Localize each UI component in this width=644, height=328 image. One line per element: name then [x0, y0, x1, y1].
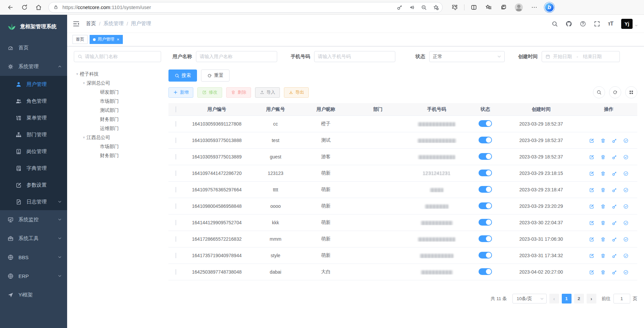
assign-role-check-icon[interactable]	[623, 154, 629, 160]
sidebar-item-岗位管理[interactable]: 岗位管理	[0, 143, 67, 160]
tree-node-财务部门[interactable]: 财务部门	[74, 151, 161, 160]
row-checkbox[interactable]	[168, 269, 183, 275]
tab-用户管理[interactable]: 用户管理 ×	[90, 35, 123, 44]
tree-node-市场部门[interactable]: 市场部门	[74, 142, 161, 151]
search-button[interactable]: 搜索	[168, 69, 197, 82]
sidebar-item-系统监控[interactable]: 系统监控	[0, 210, 67, 229]
favorites-icon[interactable]	[485, 4, 492, 11]
status-toggle[interactable]	[479, 120, 492, 127]
sidebar-collapse-icon[interactable]	[72, 20, 80, 28]
close-icon[interactable]: ×	[117, 37, 119, 42]
row-checkbox[interactable]	[168, 171, 183, 176]
tree-node-财务部门[interactable]: 财务部门	[74, 115, 161, 124]
assign-role-check-icon[interactable]	[623, 237, 629, 242]
select-all-checkbox[interactable]	[168, 106, 183, 112]
tree-node-市场部门[interactable]: 市场部门	[74, 97, 161, 106]
extensions-icon[interactable]	[451, 4, 458, 11]
delete-action-icon[interactable]	[600, 154, 606, 160]
page-size-select[interactable]: 10条/页	[512, 294, 547, 303]
tree-node-测试部门[interactable]: 测试部门	[74, 106, 161, 115]
next-page-button[interactable]: ›	[587, 294, 596, 303]
assign-role-check-icon[interactable]	[623, 187, 629, 193]
assign-role-check-icon[interactable]	[623, 253, 629, 259]
row-checkbox[interactable]	[168, 220, 183, 225]
reset-password-key-icon[interactable]	[612, 220, 617, 226]
add-favorite-icon[interactable]	[433, 4, 439, 10]
refresh-table-button[interactable]	[609, 86, 621, 98]
status-toggle[interactable]	[479, 235, 492, 242]
bing-chat-icon[interactable]: b	[544, 2, 554, 12]
back-icon[interactable]	[7, 4, 14, 11]
sidebar-item-角色管理[interactable]: 角色管理	[0, 93, 67, 109]
sidebar-item-BBS[interactable]: BBS	[0, 248, 67, 267]
show-search-button[interactable]	[593, 86, 605, 98]
edit-action-icon[interactable]	[589, 237, 594, 242]
avatar-caret-icon[interactable]	[635, 24, 638, 27]
sidebar-item-系统工具[interactable]: 系统工具	[0, 229, 67, 248]
prev-page-button[interactable]: ‹	[549, 294, 559, 303]
assign-role-check-icon[interactable]	[623, 171, 629, 176]
status-toggle[interactable]	[479, 170, 492, 176]
status-toggle[interactable]	[479, 219, 492, 226]
edit-action-icon[interactable]	[589, 204, 594, 209]
address-bar[interactable]: https://ccnetcore.com:1101/system/user	[48, 2, 443, 13]
delete-action-icon[interactable]	[600, 204, 606, 209]
delete-action-icon[interactable]	[600, 138, 606, 143]
edit-action-icon[interactable]	[589, 138, 594, 143]
sidebar-item-日志管理[interactable]: 日志管理	[0, 193, 67, 210]
reset-password-key-icon[interactable]	[612, 237, 617, 242]
delete-action-icon[interactable]	[600, 220, 606, 226]
edit-action-icon[interactable]	[589, 220, 594, 226]
delete-action-icon[interactable]	[600, 171, 606, 176]
status-toggle[interactable]	[479, 202, 492, 209]
sidebar-item-用户管理[interactable]: 用户管理	[0, 76, 67, 93]
sidebar-item-Yi框架[interactable]: Yi框架	[0, 285, 67, 304]
url-text[interactable]: https://ccnetcore.com:1101/system/user	[62, 4, 391, 10]
delete-action-icon[interactable]	[600, 270, 606, 275]
sidebar-item-首页[interactable]: 首页	[0, 38, 67, 57]
breadcrumb-home[interactable]: 首页	[86, 20, 96, 27]
assign-role-check-icon[interactable]	[623, 270, 629, 275]
delete-action-icon[interactable]	[600, 237, 606, 242]
edit-action-icon[interactable]	[589, 187, 594, 193]
sidebar-item-系统管理[interactable]: 系统管理	[0, 57, 67, 76]
edit-action-icon[interactable]	[589, 154, 594, 160]
row-checkbox[interactable]	[168, 253, 183, 258]
delete-button[interactable]: 删除	[226, 87, 251, 98]
dept-search-input[interactable]: 请输入部门名称	[74, 51, 161, 62]
status-toggle[interactable]	[479, 137, 492, 143]
sidebar-item-部门管理[interactable]: 部门管理	[0, 126, 67, 143]
page-button-2[interactable]: 2	[574, 294, 584, 303]
edit-button[interactable]: 修改	[197, 87, 222, 98]
reset-password-key-icon[interactable]	[612, 187, 617, 193]
goto-page-input[interactable]: 1	[613, 294, 630, 303]
assign-role-check-icon[interactable]	[623, 204, 629, 209]
row-checkbox[interactable]	[168, 203, 183, 209]
app-logo[interactable]: 意框架管理系统	[0, 15, 67, 38]
reset-password-key-icon[interactable]	[612, 253, 617, 259]
edit-action-icon[interactable]	[589, 253, 594, 259]
github-icon[interactable]	[565, 20, 572, 27]
reset-password-key-icon[interactable]	[612, 171, 617, 176]
edit-action-icon[interactable]	[589, 270, 594, 275]
reset-button[interactable]: 重置	[201, 69, 230, 82]
more-menu-icon[interactable]	[531, 4, 538, 11]
edit-action-icon[interactable]	[589, 171, 594, 176]
search-icon[interactable]	[551, 20, 558, 27]
status-toggle[interactable]	[479, 153, 492, 160]
tree-node-运维部门[interactable]: 运维部门	[74, 124, 161, 133]
status-toggle[interactable]	[479, 252, 492, 259]
delete-action-icon[interactable]	[600, 253, 606, 259]
add-button[interactable]: 新增	[168, 87, 193, 98]
help-icon[interactable]	[580, 20, 586, 27]
tree-node-深圳总公司[interactable]: ▾ 深圳总公司	[74, 79, 161, 88]
tab-首页[interactable]: 首页	[72, 35, 88, 44]
status-toggle[interactable]	[479, 186, 492, 193]
row-checkbox[interactable]	[168, 154, 183, 159]
tree-node-研发部门[interactable]: 研发部门	[74, 88, 161, 97]
date-range-input[interactable]: 开始日期 - 结束日期	[542, 51, 620, 62]
zoom-out-icon[interactable]	[421, 4, 427, 10]
user-avatar[interactable]: Yj	[621, 19, 633, 29]
reset-password-key-icon[interactable]	[612, 204, 617, 209]
delete-action-icon[interactable]	[600, 187, 606, 193]
